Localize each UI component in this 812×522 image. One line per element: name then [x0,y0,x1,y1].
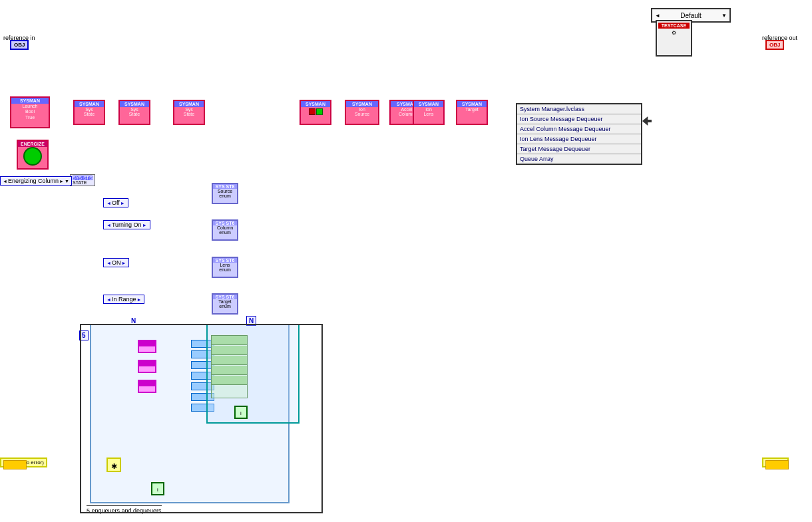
test-icon: ⚙ [658,30,690,36]
sysman-label-8: SYSMAN [414,101,443,107]
in-range-label: In Range [112,296,136,303]
off-right-arrow: ► [120,201,125,205]
panel-item-3: Accel Column Message Dequeuer [517,124,641,134]
sys-st-target-label: SYS ST6 [213,295,237,299]
inner-conn-row-3 [212,356,247,365]
sys-state-label: SYS STS [73,176,93,180]
panel-item-2: Ion Source Message Dequeuer [517,114,641,124]
green-circle-icon [23,147,42,166]
on-right-arrow: ► [121,261,126,265]
sysman-block-3: SYSMAN SysState [118,100,150,125]
sys-st-target-val: Targetenum [213,299,237,309]
sysman-label-3: SYSMAN [120,101,149,107]
panel-item-5: Target Message Dequeuer [517,144,641,154]
turning-on-left-arrow: ◄ [106,223,111,227]
sysman-subtitle-2: SysState [75,107,104,116]
energizing-column-dropdown[interactable]: ◄ Energizing Column ► ▼ [0,176,72,186]
inner-conn-row-4 [212,366,247,375]
sysman-label-2: SYSMAN [75,101,104,107]
i-label-inner: i [234,406,248,419]
energize-block: ENERGIZE [17,140,49,170]
subdiagram-label: 5 enqueuers and dequeuers [87,505,162,514]
sysman-block-1: SYSMAN LaunchBoolTrue [10,96,50,128]
on-left-arrow: ◄ [106,261,111,265]
obj-box-right: OBJ [765,40,784,50]
energizing-label: Energizing Column [8,178,59,184]
sys-st-source-label: Sourceenum [213,189,237,198]
sysman-block-8: SYSMAN IonLens [413,100,445,125]
panel-item-6: Queue Array [517,154,641,164]
in-range-right-arrow: ► [136,297,141,302]
inner-conn-row-5 [212,376,247,385]
sys-st-column-block: SYS ST6 Columnenum [212,219,238,241]
inner-loop-connectors [211,335,248,398]
obj-box-left: OBJ [10,40,29,50]
error-in-indicator [3,460,27,469]
dropdown-label: Default [662,12,720,19]
sys-st-label: SYS ST8 [213,184,237,189]
turning-on-label: Turning On [112,221,142,228]
sys-st-lens-label: SYS ST6 [213,258,237,263]
sysman-block-2: SYSMAN SysState [73,100,105,125]
sys-st-source-block: SYS ST8 Sourceenum [212,183,238,204]
right-panel: System Manager.lvclass Ion Source Messag… [516,103,642,165]
in-range-left-arrow: ◄ [106,297,111,302]
turning-on-right-arrow: ► [142,223,147,227]
panel-arrow [642,116,652,126]
panel-item-1: System Manager.lvclass [517,104,641,114]
sysman-label-9: SYSMAN [457,101,487,107]
sysman-block-9: SYSMAN Target [456,100,488,125]
test-label: TESTCASE [658,23,690,29]
index-node: i [151,482,164,495]
sysman-label-5: SYSMAN [301,101,330,107]
energizing-right-arrow: ► [59,179,64,184]
sysman-subtitle-6: IonSource [346,107,378,116]
test-block: TESTCASE ⚙ [656,20,692,57]
inner-conn-row-2 [212,346,247,355]
green-indicator [316,108,323,115]
sysman-block-5: SYSMAN [300,100,331,125]
in-range-case-selector[interactable]: ◄ In Range ► [103,295,144,304]
sysman-block-4: SYSMAN SysState [173,100,205,125]
off-case-selector[interactable]: ◄ Off ► [103,198,128,207]
energizing-left-arrow: ◄ [3,179,7,184]
red-indicator [309,108,315,115]
five-label: 5 [79,330,89,340]
sys-st-target-block: SYS ST6 Targetenum [212,293,238,315]
energize-label: ENERGIZE [18,141,47,147]
sysman-subtitle-9: Target [457,107,487,112]
for-loop-inner: i [206,324,300,424]
sysman-subtitle-8: IonLens [414,107,443,116]
sysman-subtitle-3: SysState [120,107,149,116]
sys-st-col-val: Columnenum [213,225,237,235]
sysman-label-4: SYSMAN [174,101,204,107]
sys-state-val: STATE [73,180,93,185]
error-out-indicator [765,460,789,469]
inner-conn-row-1 [212,336,247,345]
n-label-outer: N [131,317,136,325]
bundle-block-2 [138,360,156,373]
panel-item-4: Ion Lens Message Dequeuer [517,134,641,144]
sysman-subtitle-4: SysState [174,107,204,116]
sysman-block-6: SYSMAN IonSource [345,100,379,125]
sys-st-col-label: SYS ST6 [213,221,237,225]
dropdown-left-arrow: ◄ [655,13,660,19]
turning-on-case-selector[interactable]: ◄ Turning On ► [103,220,150,229]
sysman-icons-5 [301,108,330,115]
energizing-down-arrow: ▼ [65,179,69,184]
error-multiply-node: ✱ [106,457,121,472]
sysman-label-1: SYSMAN [11,98,49,104]
dropdown-right-arrow: ▼ [721,13,727,19]
off-label: Off [112,199,120,206]
sys-st-lens-block: SYS ST6 Lensenum [212,257,238,278]
sys-state-box: SYS STS STATE [70,174,95,186]
sysman-label-6: SYSMAN [346,101,378,107]
bundle-block-3 [138,380,156,393]
on-label: ON [112,259,121,266]
on-case-selector[interactable]: ◄ ON ► [103,258,129,267]
off-left-arrow: ◄ [106,201,111,205]
sys-st-lens-val: Lensenum [213,263,237,272]
sysman-subtitle-1: LaunchBoolTrue [11,104,49,120]
bundle-block-1 [138,340,156,353]
